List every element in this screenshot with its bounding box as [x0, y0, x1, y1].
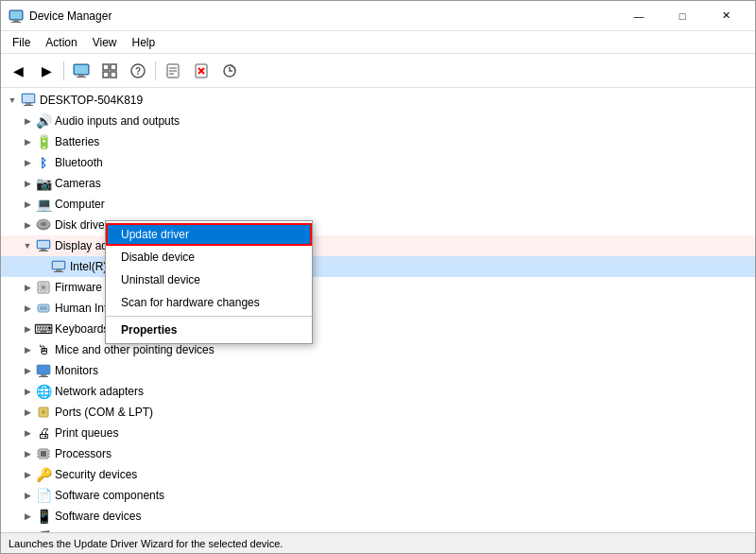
svg-point-28: [41, 222, 46, 226]
tree-item-batteries[interactable]: ▶ 🔋 Batteries: [1, 131, 755, 152]
ports-expand[interactable]: ▶: [20, 405, 35, 420]
status-bar: Launches the Update Driver Wizard for th…: [1, 532, 755, 553]
help-button[interactable]: ?: [125, 58, 151, 84]
status-text: Launches the Update Driver Wizard for th…: [9, 538, 283, 549]
monitors-expand[interactable]: ▶: [20, 363, 35, 378]
svg-rect-41: [40, 306, 47, 310]
human-icon: [35, 300, 52, 317]
sound-label: Sound, video and game controllers: [55, 530, 230, 532]
sound-expand[interactable]: ▶: [20, 529, 35, 532]
tree-item-software-components[interactable]: ▶ 📄 Software components: [1, 485, 755, 506]
svg-rect-44: [39, 376, 48, 377]
menu-action[interactable]: Action: [38, 31, 84, 53]
disk-expand[interactable]: ▶: [20, 217, 35, 233]
svg-rect-5: [78, 75, 84, 77]
ctx-uninstall-device[interactable]: Uninstall device: [106, 268, 312, 291]
mice-label: Mice and other pointing devices: [55, 343, 215, 356]
uninstall-button[interactable]: [188, 58, 215, 84]
menu-help[interactable]: Help: [125, 31, 163, 53]
svg-rect-34: [56, 269, 61, 271]
keyboards-expand[interactable]: ▶: [20, 321, 35, 337]
mice-icon: 🖱: [35, 341, 52, 358]
svg-rect-7: [75, 65, 88, 74]
processors-icon: [35, 445, 52, 462]
tree-item-network[interactable]: ▶ 🌐 Network adapters: [1, 381, 755, 402]
tree-item-security[interactable]: ▶ 🔑 Security devices: [1, 464, 755, 485]
tree-item-ports[interactable]: ▶ Ports (COM & LPT): [1, 402, 755, 423]
back-button[interactable]: ◀: [5, 58, 31, 84]
tree-item-computer[interactable]: ▶ 💻 Computer: [1, 194, 755, 215]
forward-button[interactable]: ▶: [33, 58, 60, 84]
svg-rect-2: [11, 22, 21, 23]
tree-item-bluetooth[interactable]: ▶ ᛒ Bluetooth: [1, 152, 755, 173]
tree-item-cameras[interactable]: ▶ 📷 Cameras: [1, 173, 755, 194]
maximize-button[interactable]: □: [661, 1, 704, 31]
scan-button[interactable]: [216, 58, 243, 84]
ctx-disable-device[interactable]: Disable device: [106, 246, 312, 268]
tree-item-processors[interactable]: ▶ Processors: [1, 443, 755, 464]
ctx-properties[interactable]: Properties: [106, 319, 312, 341]
ctx-update-driver[interactable]: Update driver: [106, 223, 312, 246]
audio-expand[interactable]: ▶: [20, 113, 35, 129]
batteries-expand[interactable]: ▶: [20, 134, 35, 149]
security-icon: 🔑: [35, 466, 52, 483]
processors-expand[interactable]: ▶: [20, 446, 35, 461]
software-devices-expand[interactable]: ▶: [20, 509, 35, 524]
ports-icon: [35, 404, 52, 421]
disk-icon: [35, 216, 52, 234]
svg-rect-35: [54, 271, 63, 272]
tree-root[interactable]: ▼ DESKTOP-504K819: [1, 90, 755, 111]
svg-rect-10: [103, 72, 109, 78]
batteries-icon: 🔋: [35, 133, 52, 150]
menu-bar: File Action View Help: [1, 31, 755, 54]
minimize-button[interactable]: —: [617, 1, 661, 31]
window-title: Device Manager: [29, 9, 617, 23]
svg-rect-43: [41, 374, 46, 376]
cameras-icon: 📷: [35, 175, 52, 192]
cameras-label: Cameras: [55, 177, 101, 190]
computer-expand[interactable]: ▶: [20, 197, 35, 212]
keyboards-label: Keyboards: [55, 322, 109, 336]
computer-button[interactable]: [68, 58, 94, 84]
svg-rect-1: [13, 20, 19, 22]
properties-button[interactable]: [160, 58, 186, 84]
svg-rect-9: [111, 64, 116, 70]
computer-icon: [20, 92, 37, 109]
menu-view[interactable]: View: [85, 31, 125, 53]
root-expand[interactable]: ▼: [5, 93, 20, 108]
svg-rect-42: [37, 365, 50, 374]
svg-rect-8: [103, 64, 109, 70]
security-expand[interactable]: ▶: [20, 467, 35, 482]
human-expand[interactable]: ▶: [20, 301, 35, 316]
tree-item-audio[interactable]: ▶ 🔊 Audio inputs and outputs: [1, 111, 755, 131]
display-expand[interactable]: ▼: [20, 238, 35, 253]
tree-item-print[interactable]: ▶ 🖨 Print queues: [1, 423, 755, 443]
software-devices-label: Software devices: [55, 510, 141, 523]
svg-rect-23: [26, 103, 31, 105]
toolbar: ◀ ▶ ?: [1, 54, 755, 88]
firmware-expand[interactable]: ▶: [20, 280, 35, 295]
network-icon: 🌐: [35, 383, 52, 400]
network-expand[interactable]: ▶: [20, 384, 35, 399]
print-expand[interactable]: ▶: [20, 425, 35, 441]
ctx-scan-hardware[interactable]: Scan for hardware changes: [106, 291, 312, 314]
firmware-label: Firmware: [55, 281, 102, 294]
window-controls: — □ ✕: [617, 1, 747, 31]
menu-file[interactable]: File: [5, 31, 38, 53]
svg-rect-3: [10, 11, 22, 19]
tree-item-monitors[interactable]: ▶ Monitors: [1, 360, 755, 381]
tree-item-software-devices[interactable]: ▶ 📱 Software devices: [1, 506, 755, 527]
close-button[interactable]: ✕: [704, 1, 747, 31]
software-components-icon: 📄: [35, 487, 52, 504]
disk-label: Disk drives: [55, 218, 111, 232]
bluetooth-icon: ᛒ: [35, 154, 52, 171]
audio-label: Audio inputs and outputs: [55, 114, 180, 128]
cameras-expand[interactable]: ▶: [20, 176, 35, 191]
mice-expand[interactable]: ▶: [20, 342, 35, 357]
software-components-expand[interactable]: ▶: [20, 488, 35, 503]
sound-icon: 🎵: [35, 528, 52, 532]
software-devices-icon: 📱: [35, 508, 52, 525]
grid-button[interactable]: [96, 58, 123, 84]
tree-item-sound[interactable]: ▶ 🎵 Sound, video and game controllers: [1, 527, 755, 532]
bluetooth-expand[interactable]: ▶: [20, 155, 35, 170]
